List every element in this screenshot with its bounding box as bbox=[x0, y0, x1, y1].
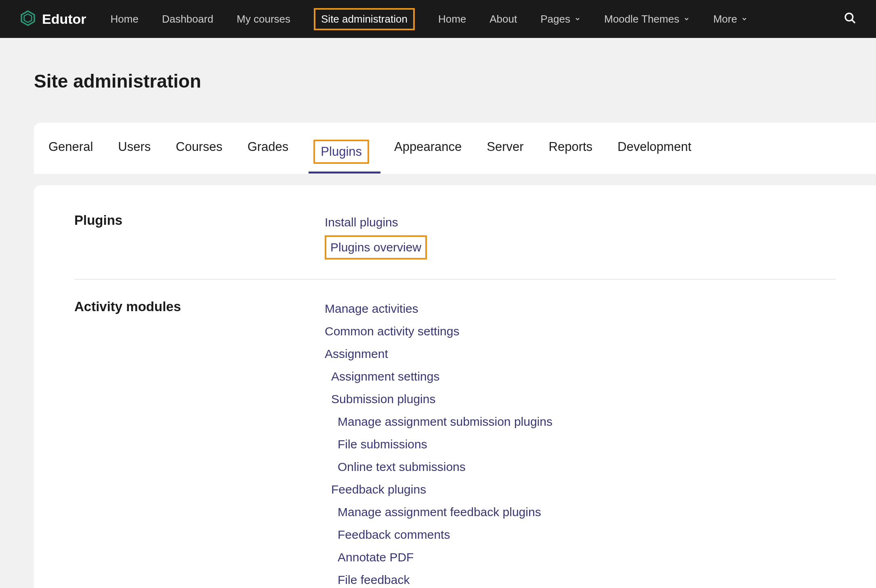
tab-users[interactable]: Users bbox=[118, 140, 151, 174]
nav-item-label: More bbox=[713, 13, 737, 25]
nav-item-about[interactable]: About bbox=[489, 9, 517, 29]
nav-item-label: Home bbox=[438, 13, 466, 25]
chevron-down-icon bbox=[683, 16, 690, 22]
tab-development[interactable]: Development bbox=[618, 140, 691, 174]
nav-item-label: My courses bbox=[237, 13, 290, 25]
section-links: Install pluginsPlugins overview bbox=[325, 213, 427, 259]
nav-item-my-courses[interactable]: My courses bbox=[237, 9, 290, 29]
content-body: PluginsInstall pluginsPlugins overviewAc… bbox=[34, 185, 876, 588]
svg-point-2 bbox=[845, 13, 853, 21]
link-online-text-submissions[interactable]: Online text submissions bbox=[325, 457, 552, 477]
nav-item-moodle-themes[interactable]: Moodle Themes bbox=[604, 9, 690, 29]
search-button[interactable] bbox=[844, 12, 857, 26]
link-feedback-comments[interactable]: Feedback comments bbox=[325, 525, 552, 544]
link-install-plugins[interactable]: Install plugins bbox=[325, 213, 427, 232]
tabs-container: GeneralUsersCoursesGradesPluginsAppearan… bbox=[34, 123, 876, 174]
logo[interactable]: Edutor bbox=[19, 10, 86, 28]
search-icon bbox=[844, 12, 857, 25]
nav-item-more[interactable]: More bbox=[713, 9, 748, 29]
tab-appearance[interactable]: Appearance bbox=[394, 140, 462, 174]
link-annotate-pdf[interactable]: Annotate PDF bbox=[325, 548, 552, 567]
svg-marker-1 bbox=[24, 14, 32, 23]
chevron-down-icon bbox=[574, 16, 581, 22]
header: Edutor HomeDashboardMy coursesSite admin… bbox=[0, 0, 876, 38]
link-submission-plugins[interactable]: Submission plugins bbox=[325, 389, 552, 409]
tab-server[interactable]: Server bbox=[487, 140, 523, 174]
nav-item-label: Moodle Themes bbox=[604, 13, 679, 25]
link-file-submissions[interactable]: File submissions bbox=[325, 435, 552, 454]
nav-item-label: Home bbox=[111, 13, 139, 25]
page-content: Site administration GeneralUsersCoursesG… bbox=[0, 38, 876, 588]
tab-grades[interactable]: Grades bbox=[248, 140, 289, 174]
nav-item-home[interactable]: Home bbox=[111, 9, 139, 29]
nav-item-label: Dashboard bbox=[162, 13, 213, 25]
section-plugins: PluginsInstall pluginsPlugins overview bbox=[74, 213, 836, 280]
tab-courses[interactable]: Courses bbox=[176, 140, 222, 174]
tab-underline bbox=[309, 172, 380, 174]
svg-marker-0 bbox=[21, 11, 34, 25]
tab-plugins[interactable]: Plugins bbox=[313, 140, 369, 164]
section-title: Activity modules bbox=[74, 299, 325, 588]
nav-item-label: About bbox=[489, 13, 517, 25]
link-common-activity-settings[interactable]: Common activity settings bbox=[325, 322, 552, 341]
tab-general[interactable]: General bbox=[48, 140, 93, 174]
tabs: GeneralUsersCoursesGradesPluginsAppearan… bbox=[34, 123, 876, 174]
section-links: Manage activitiesCommon activity setting… bbox=[325, 299, 552, 588]
section-activity-modules: Activity modulesManage activitiesCommon … bbox=[74, 299, 836, 588]
logo-icon bbox=[19, 10, 36, 28]
svg-line-3 bbox=[852, 20, 855, 23]
chevron-down-icon bbox=[741, 16, 748, 22]
link-manage-assignment-feedback-plugins[interactable]: Manage assignment feedback plugins bbox=[325, 502, 552, 522]
section-title: Plugins bbox=[74, 213, 325, 259]
logo-text: Edutor bbox=[42, 11, 86, 27]
link-manage-assignment-submission-plugins[interactable]: Manage assignment submission plugins bbox=[325, 412, 552, 431]
link-plugins-overview[interactable]: Plugins overview bbox=[325, 235, 427, 259]
nav-item-dashboard[interactable]: Dashboard bbox=[162, 9, 213, 29]
link-assignment[interactable]: Assignment bbox=[325, 344, 552, 364]
tab-reports[interactable]: Reports bbox=[549, 140, 593, 174]
nav-item-pages[interactable]: Pages bbox=[540, 9, 581, 29]
nav-item-label: Pages bbox=[540, 13, 570, 25]
nav-item-label: Site administration bbox=[321, 13, 408, 25]
link-feedback-plugins[interactable]: Feedback plugins bbox=[325, 480, 552, 499]
link-file-feedback[interactable]: File feedback bbox=[325, 570, 552, 588]
link-manage-activities[interactable]: Manage activities bbox=[325, 299, 552, 318]
nav-item-site-administration[interactable]: Site administration bbox=[314, 8, 415, 30]
link-assignment-settings[interactable]: Assignment settings bbox=[325, 367, 552, 386]
nav: HomeDashboardMy coursesSite administrati… bbox=[111, 8, 844, 30]
page-title: Site administration bbox=[34, 70, 876, 92]
nav-item-home[interactable]: Home bbox=[438, 9, 466, 29]
